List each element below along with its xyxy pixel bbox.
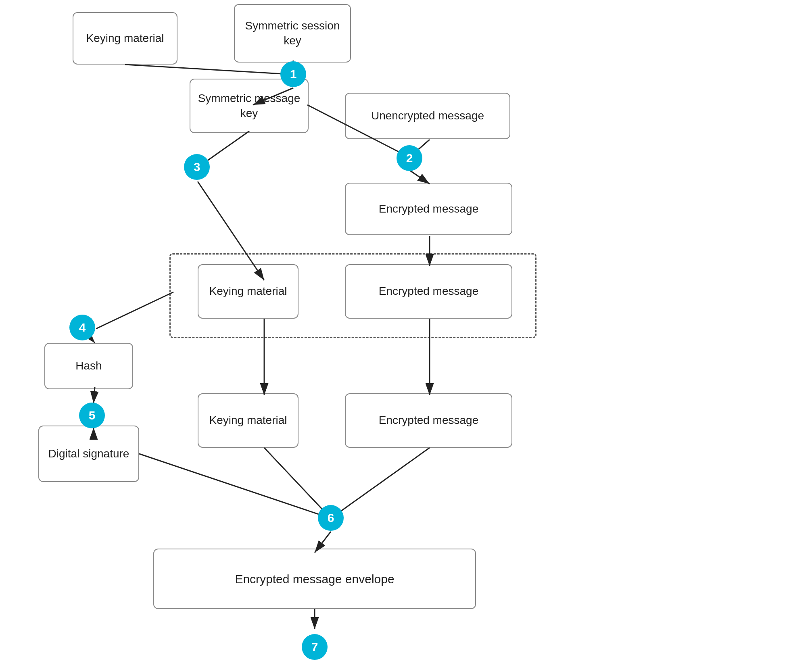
hash-box: Hash bbox=[44, 343, 133, 389]
unencrypted-message-box: Unencrypted message bbox=[345, 93, 510, 139]
svg-line-15 bbox=[264, 448, 331, 518]
svg-line-0 bbox=[125, 65, 289, 74]
svg-line-12 bbox=[94, 387, 95, 403]
svg-line-10 bbox=[96, 292, 173, 329]
svg-line-16 bbox=[331, 448, 430, 518]
keying-material-4-box: Keying material bbox=[198, 393, 299, 448]
circle-5: 5 bbox=[79, 403, 105, 428]
circle-7: 7 bbox=[302, 634, 328, 660]
keying-material-top-box: Keying material bbox=[73, 12, 177, 65]
symmetric-session-key-box: Symmetric session key bbox=[234, 4, 351, 63]
svg-line-14 bbox=[139, 454, 331, 518]
circle-6: 6 bbox=[318, 505, 344, 531]
circle-1: 1 bbox=[280, 61, 306, 87]
encrypted-envelope-box: Encrypted message envelope bbox=[153, 549, 476, 609]
svg-line-5 bbox=[409, 170, 430, 184]
circle-4: 4 bbox=[69, 315, 95, 340]
circle-2: 2 bbox=[397, 145, 422, 171]
digital-signature-box: Digital signature bbox=[38, 426, 139, 482]
diagram-container: Keying material Symmetric session key Sy… bbox=[0, 0, 787, 672]
circle-3: 3 bbox=[184, 154, 210, 180]
encrypted-message-2-box: Encrypted message bbox=[345, 183, 512, 235]
encrypted-message-4-box: Encrypted message bbox=[345, 393, 512, 448]
keying-material-mid-box: Keying material bbox=[198, 264, 299, 319]
encrypted-message-3-box: Encrypted message bbox=[345, 264, 512, 319]
